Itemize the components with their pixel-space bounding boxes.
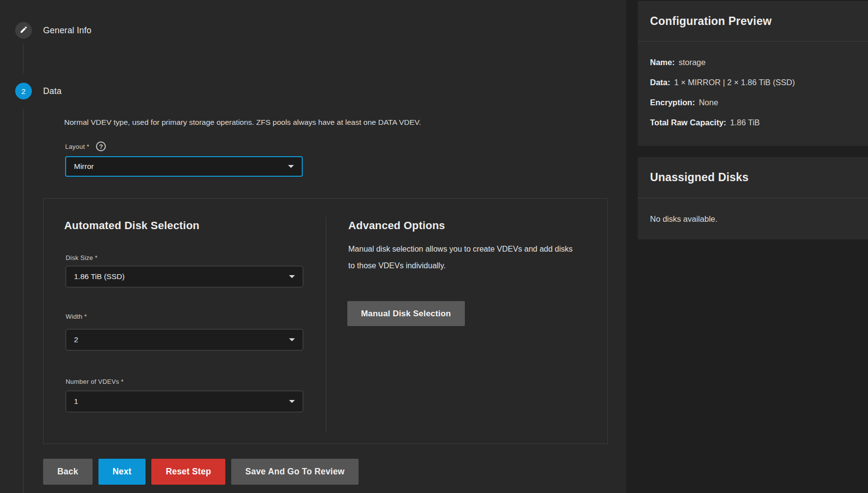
advanced-options-description: Manual disk selection allows you to crea… xyxy=(348,241,579,274)
config-value: 1.86 TiB xyxy=(730,118,760,127)
layout-label: Layout * xyxy=(65,143,89,150)
config-row-total-raw-capacity: Total Raw Capacity: 1.86 TiB xyxy=(650,113,856,133)
step-circle-active: 2 xyxy=(15,83,32,99)
no-disks-message: No disks available. xyxy=(650,214,718,224)
wizard-actions: Back Next Reset Step Save And Go To Revi… xyxy=(43,459,359,485)
advanced-options-title: Advanced Options xyxy=(348,219,445,232)
config-label: Encryption: xyxy=(650,98,695,107)
stepper-connector xyxy=(23,109,24,493)
disk-size-select[interactable]: 1.86 TiB (SSD) xyxy=(66,266,303,287)
pool-creation-wizard: General Info 2 Data Normal VDEV type, us… xyxy=(0,0,868,493)
number-of-vdevs-value: 1 xyxy=(74,397,78,406)
config-label: Total Raw Capacity: xyxy=(650,118,726,127)
configuration-preview-title: Configuration Preview xyxy=(638,1,868,42)
step-circle-completed xyxy=(15,22,32,39)
config-value: storage xyxy=(678,58,705,67)
config-value: 1 × MIRROR | 2 × 1.86 TiB (SSD) xyxy=(674,78,795,87)
back-button[interactable]: Back xyxy=(43,459,93,485)
disk-size-value: 1.86 TiB (SSD) xyxy=(74,272,124,281)
disk-selection-card: Automated Disk Selection Disk Size * 1.8… xyxy=(43,198,608,444)
data-vdev-description: Normal VDEV type, used for primary stora… xyxy=(64,118,421,127)
chevron-down-icon xyxy=(289,338,295,341)
reset-step-button[interactable]: Reset Step xyxy=(151,459,225,485)
layout-select[interactable]: Mirror xyxy=(65,156,303,177)
number-of-vdevs-select[interactable]: 1 xyxy=(66,391,303,412)
disk-size-label: Disk Size * xyxy=(66,254,97,261)
config-row-encryption: Encryption: None xyxy=(650,93,856,113)
configuration-preview-panel: Configuration Preview Name: storage Data… xyxy=(638,1,868,146)
manual-disk-selection-button[interactable]: Manual Disk Selection xyxy=(347,301,465,326)
next-button[interactable]: Next xyxy=(98,459,146,485)
step-label-data: Data xyxy=(43,86,62,96)
chevron-down-icon xyxy=(289,400,295,403)
unassigned-disks-title: Unassigned Disks xyxy=(638,157,868,198)
number-of-vdevs-label: Number of VDEVs * xyxy=(66,378,123,385)
chevron-down-icon xyxy=(288,165,294,168)
unassigned-disks-panel: Unassigned Disks No disks available. xyxy=(638,157,868,239)
sidebar-region: Configuration Preview Name: storage Data… xyxy=(626,0,868,493)
card-column-divider xyxy=(326,216,326,433)
chevron-down-icon xyxy=(289,275,295,278)
layout-field-header: Layout * ? xyxy=(65,141,106,151)
config-row-data: Data: 1 × MIRROR | 2 × 1.86 TiB (SSD) xyxy=(650,72,856,93)
stepper-step-data[interactable]: 2 Data xyxy=(15,83,62,99)
width-value: 2 xyxy=(74,335,78,344)
width-label: Width * xyxy=(66,313,87,320)
stepper-step-general-info[interactable]: General Info xyxy=(15,22,92,39)
step-number: 2 xyxy=(22,87,25,95)
pencil-icon xyxy=(20,25,28,36)
help-icon[interactable]: ? xyxy=(96,141,106,151)
width-select[interactable]: 2 xyxy=(66,329,303,351)
stepper-connector xyxy=(23,44,24,73)
step-label-general-info: General Info xyxy=(43,25,92,36)
save-and-go-to-review-button[interactable]: Save And Go To Review xyxy=(231,459,359,485)
configuration-preview-body: Name: storage Data: 1 × MIRROR | 2 × 1.8… xyxy=(638,42,868,133)
config-value: None xyxy=(699,98,718,107)
layout-select-value: Mirror xyxy=(74,162,94,171)
automated-disk-selection-title: Automated Disk Selection xyxy=(64,219,199,232)
config-label: Name: xyxy=(650,58,675,67)
config-row-name: Name: storage xyxy=(650,52,856,72)
unassigned-disks-body: No disks available. xyxy=(638,198,868,239)
config-label: Data: xyxy=(650,78,670,87)
